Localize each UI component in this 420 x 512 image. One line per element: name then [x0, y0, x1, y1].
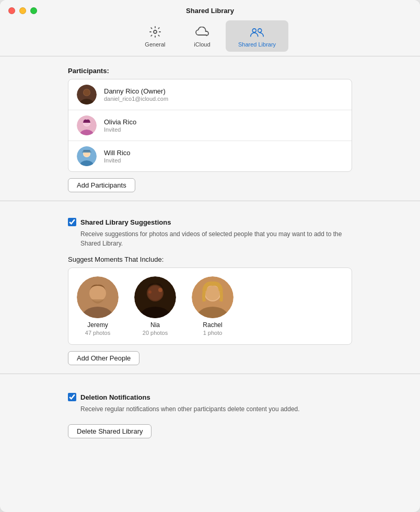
main-content: Participants: Danny Rico (Owner) daniel_…: [0, 56, 420, 512]
person-count-jeremy: 47 photos: [85, 330, 110, 336]
tab-general-label: General: [145, 41, 165, 48]
shared-library-icon: [250, 25, 264, 39]
deletion-checkbox-row: Deletion Notifications: [68, 393, 352, 401]
tab-shared-library-label: Shared Library: [238, 41, 276, 48]
tab-shared-library[interactable]: Shared Library: [226, 20, 288, 52]
participant-info-olivia: Olivia Rico Invited: [104, 118, 136, 133]
minimize-button[interactable]: [19, 7, 26, 14]
person-count-rachel: 1 photo: [203, 330, 223, 336]
avatar-olivia: [77, 115, 97, 135]
participant-name-olivia: Olivia Rico: [104, 118, 136, 126]
person-photo-nia: [134, 276, 176, 318]
deletion-label: Deletion Notifications: [80, 393, 150, 401]
cloud-icon: [195, 25, 209, 39]
titlebar: Shared Library: [0, 0, 420, 14]
delete-shared-library-button[interactable]: Delete Shared Library: [68, 424, 151, 438]
participant-name-danny: Danny Rico (Owner): [104, 87, 168, 95]
participant-detail-danny: daniel_rico1@icloud.com: [104, 96, 168, 102]
main-window: Shared Library General iCloud: [0, 0, 420, 512]
add-participants-button[interactable]: Add Participants: [68, 178, 135, 192]
person-name-jeremy: Jeremy: [87, 321, 108, 329]
participant-detail-will: Invited: [104, 157, 131, 164]
svg-point-1: [252, 29, 256, 32]
suggest-moments-label: Suggest Moments That Include:: [68, 255, 352, 263]
deletion-description: Receive regular notifications when other…: [68, 404, 352, 414]
participants-list: Danny Rico (Owner) daniel_rico1@icloud.c…: [68, 79, 352, 172]
tab-icloud-label: iCloud: [194, 41, 210, 48]
deletion-section: Deletion Notifications Receive regular n…: [68, 393, 352, 414]
window-title: Shared Library: [186, 7, 234, 15]
suggestions-checkbox-row: Shared Library Suggestions: [68, 218, 352, 226]
svg-point-6: [84, 89, 90, 96]
svg-point-25: [148, 290, 151, 294]
gear-icon: [148, 25, 162, 39]
add-other-people-button[interactable]: Add Other People: [68, 351, 139, 365]
person-count-nia: 20 photos: [143, 330, 168, 336]
svg-point-2: [258, 29, 262, 32]
person-name-rachel: Rachel: [203, 321, 222, 329]
deletion-checkbox[interactable]: [68, 393, 76, 401]
participant-row-olivia: Olivia Rico Invited: [68, 110, 352, 141]
tab-general[interactable]: General: [132, 20, 179, 52]
avatar-will: [77, 146, 97, 166]
suggestions-description: Receive suggestions for photos and video…: [68, 229, 352, 248]
participant-row-will: Will Rico Invited: [68, 141, 352, 171]
participant-name-will: Will Rico: [104, 149, 131, 157]
person-name-nia: Nia: [150, 321, 160, 329]
people-grid: Jeremy 47 photos: [77, 276, 343, 336]
delete-btn-container: Delete Shared Library: [68, 424, 352, 438]
section-separator-2: [0, 374, 420, 374]
participants-label: Participants:: [68, 67, 352, 75]
svg-point-24: [158, 288, 162, 292]
person-card-nia[interactable]: Nia 20 photos: [134, 276, 176, 336]
section-separator-1: [0, 201, 420, 201]
participant-row-danny: Danny Rico (Owner) daniel_rico1@icloud.c…: [68, 79, 352, 110]
suggestions-label: Shared Library Suggestions: [80, 218, 171, 226]
participant-info-will: Will Rico Invited: [104, 149, 131, 164]
participant-info-danny: Danny Rico (Owner) daniel_rico1@icloud.c…: [104, 87, 168, 102]
suggestions-checkbox[interactable]: [68, 218, 76, 226]
person-photo-jeremy: [77, 276, 119, 318]
fullscreen-button[interactable]: [30, 7, 37, 14]
participant-detail-olivia: Invited: [104, 126, 136, 133]
svg-rect-16: [82, 152, 91, 153]
person-card-rachel[interactable]: Rachel 1 photo: [192, 276, 234, 336]
people-grid-container: Jeremy 47 photos: [68, 267, 352, 345]
tab-icloud[interactable]: iCloud: [179, 20, 226, 52]
svg-point-0: [154, 30, 157, 33]
person-card-jeremy[interactable]: Jeremy 47 photos: [77, 276, 119, 336]
avatar-danny: [77, 85, 97, 104]
person-photo-rachel: [192, 276, 234, 318]
svg-point-29: [205, 286, 220, 300]
toolbar: General iCloud Shared Library: [0, 14, 420, 56]
traffic-lights: [8, 7, 37, 14]
close-button[interactable]: [8, 7, 15, 14]
